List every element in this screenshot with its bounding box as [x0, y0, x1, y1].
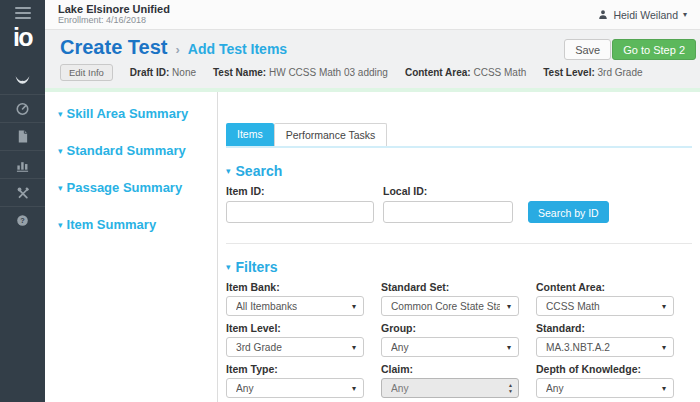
depth-of-knowledge-label: Depth of Knowledge: — [536, 363, 674, 375]
content-area: ▾ Skill Area Summary ▾ Standard Summary … — [45, 88, 700, 402]
main-panel: Items Performance Tasks ▾ Search Item ID… — [219, 92, 700, 402]
item-summary-toggle[interactable]: ▾ Item Summary — [58, 217, 217, 232]
item-level-select[interactable]: 3rd Grade ▾ — [226, 337, 364, 357]
content-area-meta: Content Area: CCSS Math — [405, 67, 526, 78]
dashboard-icon — [15, 101, 30, 116]
caret-down-icon: ▾ — [226, 262, 231, 272]
item-type-label: Item Type: — [226, 363, 364, 375]
nav-item-admin-tools[interactable] — [0, 178, 45, 206]
create-test-page: io — [0, 0, 700, 402]
user-name: Heidi Weiland — [613, 9, 678, 21]
caret-down-icon: ▾ — [58, 109, 63, 119]
filters-section-toggle[interactable]: ▾ Filters — [226, 259, 692, 275]
skill-area-summary-toggle[interactable]: ▾ Skill Area Summary — [58, 106, 217, 121]
go-to-step-2-button[interactable]: Go to Step 2 — [612, 39, 696, 60]
caret-down-icon: ▾ — [58, 220, 63, 230]
page-subtitle: Add Test Items — [188, 41, 287, 57]
top-bar: Lake Elsinore Unified Enrollment: 4/16/2… — [45, 0, 700, 30]
standard-label: Standard: — [536, 322, 674, 334]
local-id-field: Local ID: — [383, 179, 513, 223]
standard-set-select[interactable]: Common Core State Standards ▾ — [381, 296, 519, 316]
nav-item-reports[interactable] — [0, 150, 45, 178]
tools-icon — [16, 186, 30, 200]
bar-chart-icon — [15, 158, 30, 172]
item-type-select[interactable]: Any ▾ — [226, 378, 364, 398]
caret-down-icon: ▾ — [58, 183, 63, 193]
summary-panel: ▾ Skill Area Summary ▾ Standard Summary … — [45, 92, 218, 402]
caret-down-icon: ▾ — [226, 166, 231, 176]
item-id-label: Item ID: — [226, 185, 383, 197]
caret-down-icon: ▾ — [352, 384, 356, 393]
caret-down-icon: ▾ — [507, 302, 511, 311]
depth-of-knowledge-select[interactable]: Any ▾ — [536, 378, 674, 398]
group-label: Group: — [381, 322, 519, 334]
nav-item-dashboard[interactable] — [0, 94, 45, 122]
tab-performance-tasks[interactable]: Performance Tasks — [274, 123, 388, 146]
standard-set-label: Standard Set: — [381, 281, 519, 293]
page-title: Create Test — [60, 36, 167, 59]
standard-summary-toggle[interactable]: ▾ Standard Summary — [58, 143, 217, 158]
test-level-meta: Test Level: 3rd Grade — [543, 67, 642, 78]
chevron-down-icon: ▾ — [683, 10, 687, 19]
district-name: Lake Elsinore Unified — [58, 3, 170, 15]
item-level-label: Item Level: — [226, 322, 364, 334]
group-select[interactable]: Any ▾ — [381, 337, 519, 357]
test-name-meta: Test Name: HW CCSS Math 03 adding — [213, 67, 388, 78]
breadcrumb-separator-icon: › — [175, 42, 179, 57]
content-area-label: Content Area: — [536, 281, 674, 293]
section-divider — [226, 243, 692, 244]
item-id-field: Item ID: — [226, 179, 383, 223]
edit-info-button[interactable]: Edit Info — [60, 64, 113, 81]
district-info: Lake Elsinore Unified Enrollment: 4/16/2… — [58, 3, 170, 26]
nav-item-assessments[interactable] — [0, 66, 45, 94]
menu-icon[interactable] — [15, 7, 31, 19]
item-bank-label: Item Bank: — [226, 281, 364, 293]
item-id-input[interactable] — [226, 201, 374, 223]
person-icon — [598, 9, 608, 20]
search-section-toggle[interactable]: ▾ Search — [226, 163, 692, 179]
standard-select[interactable]: MA.3.NBT.A.2 ▾ — [536, 337, 674, 357]
save-button[interactable]: Save — [564, 39, 611, 60]
caret-down-icon: ▾ — [662, 343, 666, 352]
nav-item-help[interactable]: ? — [0, 206, 45, 234]
caret-down-icon: ▾ — [662, 302, 666, 311]
item-bank-select[interactable]: All Itembanks ▾ — [226, 296, 364, 316]
help-icon: ? — [16, 214, 29, 227]
claim-label: Claim: — [381, 363, 519, 375]
io-logo: io — [0, 22, 45, 52]
user-menu[interactable]: Heidi Weiland ▾ — [598, 9, 687, 21]
search-by-id-button[interactable]: Search by ID — [528, 201, 609, 223]
draft-id-meta: Draft ID: None — [130, 67, 196, 78]
content-area-select[interactable]: CCSS Math ▾ — [536, 296, 674, 316]
page-header: Create Test › Add Test Items Save Go to … — [45, 30, 700, 88]
bird-icon — [14, 73, 31, 87]
svg-text:?: ? — [20, 216, 25, 225]
caret-down-icon: ▾ — [352, 302, 356, 311]
filters-grid: Item Bank: All Itembanks ▾ Item Level: 3… — [226, 275, 692, 402]
passage-summary-toggle[interactable]: ▾ Passage Summary — [58, 180, 217, 195]
caret-down-icon: ▾ — [352, 343, 356, 352]
local-id-input[interactable] — [383, 201, 513, 223]
caret-down-icon: ▾ — [507, 343, 511, 352]
nav-item-documents[interactable] — [0, 122, 45, 150]
local-id-label: Local ID: — [383, 185, 513, 197]
tab-items[interactable]: Items — [226, 123, 274, 146]
caret-down-icon: ▾ — [662, 384, 666, 393]
caret-down-icon: ▾ — [58, 146, 63, 156]
left-nav-rail: io — [0, 0, 45, 402]
document-icon — [16, 129, 29, 144]
tab-bar: Items Performance Tasks — [226, 123, 692, 148]
enrollment-date: Enrollment: 4/16/2018 — [58, 15, 170, 26]
select-stepper-icon: ▲▼ — [508, 382, 513, 394]
claim-select[interactable]: Any ▲▼ — [381, 378, 519, 398]
breadcrumb: Create Test › Add Test Items — [60, 36, 287, 59]
